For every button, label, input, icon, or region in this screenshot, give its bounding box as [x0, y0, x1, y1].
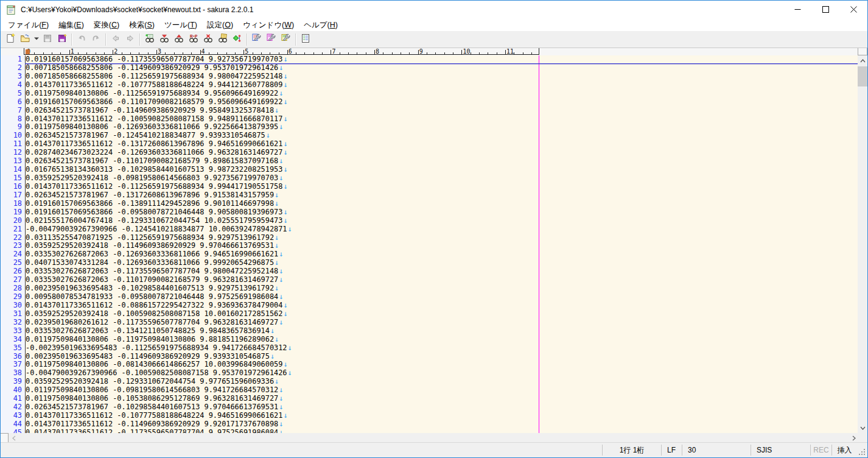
find-next-icon — [159, 33, 169, 45]
text-line: 180.019160157069563866 -0.13891114294528… — [1, 200, 859, 208]
eol-mark: ↓ — [279, 157, 283, 165]
scroll-up-button[interactable] — [858, 55, 867, 66]
text-line: 20.007185058668255806 -0.114960938692092… — [1, 64, 859, 72]
open-file-button[interactable] — [18, 32, 32, 47]
ruler-tick — [43, 52, 44, 55]
line-text: 0.002395019633695483 -0.1149609386920929… — [26, 353, 275, 361]
minimize-button[interactable] — [783, 1, 811, 19]
line-text: 0.03592529520392418 -0.09819580614566803… — [26, 174, 283, 183]
statusbar-cursor-position: 1行 1桁 — [603, 443, 661, 457]
line-number: 31 — [1, 310, 22, 319]
ruler-tick — [505, 50, 506, 55]
line-number: 29 — [1, 293, 22, 301]
line-text: 0.014370117336511612 -0.1077758818864822… — [26, 412, 288, 420]
eol-mark: ↓ — [283, 97, 287, 106]
ruler-tick — [427, 52, 427, 55]
statusbar-record-indicator: REC — [811, 443, 831, 457]
eol-mark: ↓ — [283, 182, 287, 191]
title-bar: C:¥Users¥Yokoi¥Downloads¥socket¥socket¥n… — [1, 1, 867, 19]
menu-item-6[interactable]: ウィンドウ(W) — [238, 19, 299, 32]
column-ruler: 01234567891011 — [1, 48, 858, 55]
ruler-tick — [348, 52, 349, 55]
ruler-tick — [113, 50, 113, 55]
clear-search-mark-button[interactable] — [201, 32, 215, 47]
menu-item-4[interactable]: ツール(T) — [159, 19, 202, 32]
save-button[interactable] — [40, 32, 55, 47]
line-text: 0.04071533074331284 -0.12693603336811066… — [26, 259, 279, 267]
line-number: 8 — [1, 115, 22, 124]
jump-button[interactable] — [230, 32, 245, 47]
eol-mark: ↓ — [275, 199, 279, 208]
ruler-tick — [304, 52, 305, 55]
menu-item-5[interactable]: 設定(O) — [202, 19, 238, 32]
minimize-icon — [794, 4, 801, 15]
eol-mark: ↓ — [279, 403, 283, 411]
ruler-tick — [253, 52, 253, 55]
find-next-button[interactable] — [157, 32, 172, 47]
undo-button[interactable] — [74, 32, 89, 47]
maximize-button[interactable] — [811, 1, 839, 19]
close-button[interactable] — [839, 1, 867, 19]
ruler-tick — [217, 52, 218, 55]
menu-item-3[interactable]: 検索(S) — [124, 19, 159, 32]
jump-back-button[interactable] — [108, 32, 123, 47]
line-text: 0.019160157069563866 -0.1101709008216857… — [26, 98, 288, 107]
eol-mark: ↓ — [283, 309, 287, 318]
eol-mark: ↓ — [279, 174, 283, 182]
find-prev-button[interactable] — [172, 32, 186, 47]
save-all-icon — [57, 33, 67, 45]
ruler-tick — [531, 52, 532, 55]
menu-item-2[interactable]: 変換(C) — [89, 19, 124, 32]
text-line: 38-0.004790039267390966 -0.1005908250808… — [1, 369, 859, 378]
eol-mark: ↓ — [275, 233, 279, 242]
menu-item-1[interactable]: 編集(E) — [54, 19, 89, 32]
text-line: 260.03353027626872063 -0.117355965077877… — [1, 267, 859, 276]
ruler-label: 9 — [419, 48, 423, 55]
eol-mark: ↓ — [283, 301, 287, 309]
grep-button[interactable] — [215, 32, 230, 47]
resize-grip[interactable] — [857, 443, 867, 457]
ruler-tick — [287, 50, 288, 55]
status-message-area — [1, 443, 602, 457]
new-file-button[interactable] — [3, 32, 18, 47]
open-file-dropdown[interactable] — [32, 32, 40, 47]
line-text: 0.014370117336511612 -0.1317260861396789… — [26, 140, 288, 149]
replace-button[interactable]: RP — [186, 32, 201, 47]
redo-button[interactable] — [89, 32, 103, 47]
window-title: C:¥Users¥Yokoi¥Downloads¥socket¥socket¥n… — [21, 5, 253, 14]
vertical-scrollbar[interactable] — [858, 48, 867, 433]
line-text: 0.007185058668255806 -0.1125659197568893… — [26, 72, 288, 81]
line-number: 1 — [1, 55, 22, 64]
common-settings-button[interactable] — [264, 32, 279, 47]
outline-button[interactable] — [298, 32, 313, 47]
line-text: 0.01197509840130806 -0.10538086295127869… — [26, 395, 283, 403]
ruler-tick — [471, 52, 471, 55]
ruler-tick — [60, 52, 61, 55]
text-editor[interactable]: 10.019160157069563866 -0.117355965077877… — [1, 55, 859, 433]
vertical-scroll-thumb[interactable] — [858, 66, 867, 86]
vertical-split-handle[interactable] — [858, 48, 867, 55]
menu-item-7[interactable]: ヘルプ(H) — [299, 19, 343, 32]
menu-item-0[interactable]: ファイル(F) — [3, 19, 54, 32]
text-line: 100.02634521573781967 -0.124541021883487… — [1, 132, 859, 140]
scroll-down-button[interactable] — [858, 423, 867, 433]
ruler-tick — [86, 52, 87, 55]
line-number: 4 — [1, 81, 22, 90]
line-number: 5 — [1, 90, 22, 98]
ruler-label: 6 — [289, 48, 292, 55]
keymacro-settings-button[interactable] — [279, 32, 293, 47]
eol-mark: ↓ — [279, 318, 283, 326]
find-button[interactable] — [142, 32, 157, 47]
line-number: 24 — [1, 250, 22, 259]
text-line: 250.04071533074331284 -0.126936033368110… — [1, 259, 859, 267]
outline-icon — [301, 33, 310, 45]
save-all-button[interactable] — [55, 32, 69, 47]
line-number: 30 — [1, 301, 22, 310]
jump-forward-button[interactable] — [123, 32, 138, 47]
type-settings-button[interactable] — [250, 32, 264, 47]
keymacro-settings-icon — [281, 33, 291, 45]
ruler-tick — [139, 52, 139, 55]
statusbar-char-code: 30 — [682, 443, 751, 457]
eol-mark: ↓ — [283, 72, 287, 80]
ruler-tick — [409, 52, 410, 55]
